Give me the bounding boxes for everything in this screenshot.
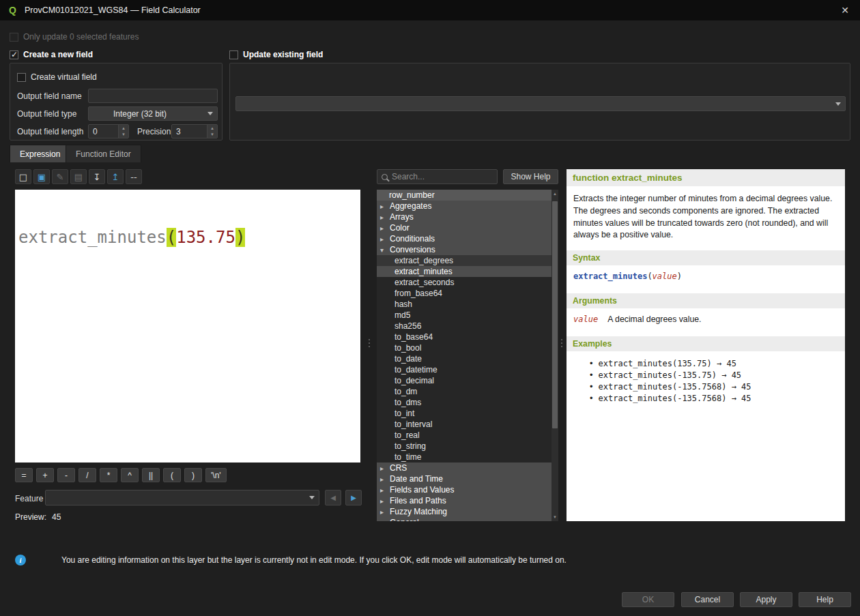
tree-item-to_base64[interactable]: to_base64 — [377, 332, 551, 342]
chevron-right-icon[interactable]: ▸ — [380, 235, 390, 243]
spinner-buttons[interactable]: ▲▼ — [207, 125, 217, 138]
tree-item-to_string[interactable]: to_string — [377, 441, 551, 452]
tree-item-Color[interactable]: ▸Color — [377, 222, 551, 233]
scrollbar-thumb[interactable] — [552, 201, 558, 428]
show-help-button[interactable]: Show Help — [503, 169, 558, 184]
tree-scrollbar[interactable]: ▲ ▼ — [551, 190, 558, 521]
search-input[interactable] — [392, 172, 481, 181]
operator-button[interactable]: = — [15, 468, 33, 482]
tree-item-to_dms[interactable]: to_dms — [377, 397, 551, 408]
tree-item-General[interactable]: ▸General — [377, 517, 551, 521]
tree-item-to_int[interactable]: to_int — [377, 408, 551, 419]
create-virtual-field-checkbox[interactable]: Create virtual field — [17, 72, 97, 82]
edit-expression-icon[interactable]: ✎ — [52, 169, 68, 184]
update-existing-field-checkbox[interactable]: Update existing field — [229, 50, 323, 59]
tree-item-sha256[interactable]: sha256 — [377, 321, 551, 332]
tree-item-to_date[interactable]: to_date — [377, 353, 551, 364]
examples-list: •extract_minutes(135.75) → 45•extract_mi… — [567, 351, 845, 410]
ok-button[interactable]: OK — [622, 592, 674, 607]
tree-item-Date and Time[interactable]: ▸Date and Time — [377, 473, 551, 484]
tree-item-to_time[interactable]: to_time — [377, 452, 551, 463]
checkbox-icon[interactable] — [10, 33, 18, 42]
scroll-up-icon[interactable]: ▲ — [551, 190, 558, 198]
tree-item-row_number[interactable]: row_number — [377, 190, 551, 201]
tree-item-extract_minutes[interactable]: extract_minutes — [377, 266, 551, 277]
cancel-button[interactable]: Cancel — [681, 592, 734, 607]
chevron-right-icon[interactable]: ▸ — [380, 203, 390, 210]
close-icon[interactable]: ✕ — [837, 2, 853, 18]
spin-up-icon[interactable]: ▲ — [119, 125, 128, 132]
tree-item-Files and Paths[interactable]: ▸Files and Paths — [377, 495, 551, 506]
help-button[interactable]: Help — [799, 592, 851, 607]
export-expression-icon[interactable]: ↥ — [107, 169, 124, 184]
tree-item-Conversions[interactable]: ▾Conversions — [377, 244, 551, 255]
output-field-name-input[interactable] — [88, 89, 218, 103]
operator-button[interactable]: - — [57, 468, 75, 482]
tab-function-editor[interactable]: Function Editor — [66, 145, 141, 162]
function-search[interactable] — [377, 169, 498, 184]
chevron-right-icon[interactable]: ▸ — [380, 214, 390, 221]
tree-item-hash[interactable]: hash — [377, 299, 551, 310]
operator-button[interactable]: ^ — [121, 468, 139, 482]
output-field-length-spinner[interactable]: 0 ▲▼ — [88, 124, 129, 138]
chevron-right-icon[interactable]: ▸ — [380, 508, 390, 516]
create-new-field-checkbox[interactable]: Create a new field — [10, 50, 93, 59]
tree-item-to_datetime[interactable]: to_datetime — [377, 364, 551, 375]
chevron-right-icon[interactable]: ▸ — [380, 475, 390, 483]
splitter-handle[interactable] — [367, 333, 371, 353]
checkbox-icon[interactable] — [17, 73, 26, 82]
operator-button[interactable]: / — [78, 468, 96, 482]
output-field-type-select[interactable]: Integer (32 bit) — [88, 106, 218, 121]
tree-item-md5[interactable]: md5 — [377, 310, 551, 321]
apply-button[interactable]: Apply — [740, 592, 792, 607]
arguments-heading: Arguments — [567, 293, 845, 308]
checkbox-icon[interactable] — [229, 50, 238, 59]
chevron-down-icon[interactable]: ▾ — [380, 246, 390, 254]
spinner-buttons[interactable]: ▲▼ — [118, 125, 128, 138]
save-expression-icon[interactable]: ▣ — [33, 169, 50, 184]
operator-button[interactable]: || — [142, 468, 160, 482]
checkbox-checked-icon[interactable] — [10, 50, 18, 59]
splitter-handle[interactable] — [560, 333, 564, 353]
comment-toggle-button[interactable]: -- — [126, 169, 142, 184]
chevron-right-icon[interactable]: ▸ — [380, 465, 390, 472]
operator-button[interactable]: ) — [184, 468, 202, 482]
tree-item-to_decimal[interactable]: to_decimal — [377, 375, 551, 386]
scroll-down-icon[interactable]: ▼ — [551, 513, 558, 521]
import-expression-icon[interactable]: ↧ — [89, 169, 105, 184]
chevron-right-icon[interactable]: ▸ — [380, 224, 390, 232]
operator-button[interactable]: '\n' — [205, 468, 227, 482]
tree-item-Aggregates[interactable]: ▸Aggregates — [377, 201, 551, 211]
chevron-right-icon[interactable]: ▸ — [380, 486, 390, 494]
tree-item-to_real[interactable]: to_real — [377, 430, 551, 441]
spin-down-icon[interactable]: ▼ — [119, 132, 128, 138]
spin-down-icon[interactable]: ▼ — [207, 132, 217, 138]
new-expression-icon[interactable]: □ — [15, 169, 31, 184]
paste-expression-icon[interactable]: ▤ — [70, 169, 87, 184]
chevron-right-icon[interactable]: ▸ — [380, 497, 390, 505]
tree-item-extract_degrees[interactable]: extract_degrees — [377, 255, 551, 266]
tab-expression[interactable]: Expression — [10, 145, 70, 162]
precision-spinner[interactable]: 3 ▲▼ — [171, 124, 218, 138]
operator-button[interactable]: * — [100, 468, 117, 482]
expression-editor[interactable]: extract_minutes(135.75) — [15, 190, 360, 463]
tree-item-to_dm[interactable]: to_dm — [377, 386, 551, 397]
tree-item-from_base64[interactable]: from_base64 — [377, 288, 551, 299]
existing-field-select[interactable] — [235, 96, 846, 111]
tree-item-extract_seconds[interactable]: extract_seconds — [377, 277, 551, 288]
tree-item-Fuzzy Matching[interactable]: ▸Fuzzy Matching — [377, 506, 551, 517]
chevron-right-icon[interactable]: ▸ — [380, 519, 390, 522]
previous-feature-button[interactable]: ◀ — [325, 490, 341, 505]
feature-select[interactable] — [45, 490, 319, 505]
next-feature-button[interactable]: ▶ — [345, 490, 362, 505]
only-update-selected-checkbox[interactable]: Only update 0 selected features — [10, 32, 139, 42]
tree-item-to_interval[interactable]: to_interval — [377, 419, 551, 430]
tree-item-Fields and Values[interactable]: ▸Fields and Values — [377, 484, 551, 495]
tree-item-to_bool[interactable]: to_bool — [377, 342, 551, 353]
tree-item-CRS[interactable]: ▸CRS — [377, 463, 551, 473]
spin-up-icon[interactable]: ▲ — [207, 125, 217, 132]
tree-item-Conditionals[interactable]: ▸Conditionals — [377, 233, 551, 244]
tree-item-Arrays[interactable]: ▸Arrays — [377, 211, 551, 222]
operator-button[interactable]: ( — [163, 468, 181, 482]
operator-button[interactable]: + — [36, 468, 54, 482]
